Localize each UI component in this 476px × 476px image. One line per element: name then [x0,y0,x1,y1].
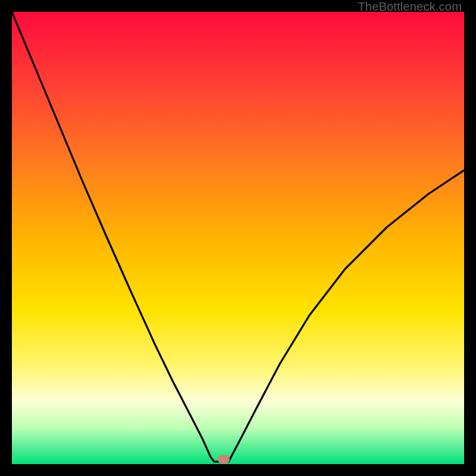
plot-area [12,12,464,464]
optimum-marker [218,455,230,464]
bottleneck-curve [12,12,464,464]
curve-path [12,12,464,462]
chart-frame: TheBottleneck.com [0,0,476,476]
